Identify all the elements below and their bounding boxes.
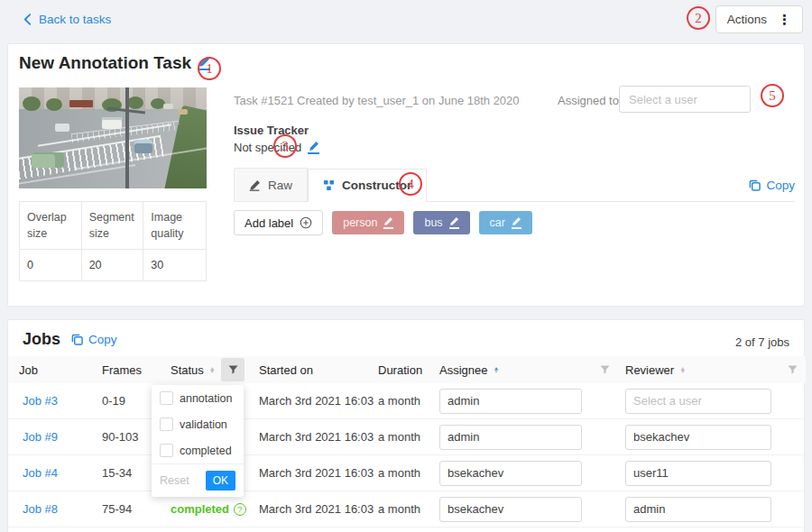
hedge	[160, 105, 207, 188]
column-header-duration: Duration	[367, 363, 429, 377]
reviewer-filter-icon[interactable]	[788, 365, 798, 375]
jobs-count: 2 of 7 jobs	[735, 335, 789, 349]
car-distant-2	[178, 109, 188, 115]
job-link[interactable]: Job #3	[8, 394, 91, 408]
assignee-input[interactable]	[439, 389, 582, 414]
job-link[interactable]: Job #9	[8, 430, 91, 444]
duration-value: a month	[367, 502, 429, 516]
filter-option-completed[interactable]: completed	[152, 437, 244, 463]
jobs-card: Jobs Copy 2 of 7 jobs Job Frames Status …	[7, 319, 805, 532]
car-green	[32, 152, 64, 168]
edit-label-icon[interactable]	[383, 216, 393, 229]
back-to-tasks-label: Back to tasks	[39, 13, 111, 26]
checkbox[interactable]	[160, 417, 173, 431]
annotation-circle-5: 5	[761, 84, 784, 107]
checkbox[interactable]	[160, 391, 173, 405]
status-filter-dropdown: annotation validation completed Reset OK	[152, 385, 244, 497]
label-chip-car-text: car	[490, 216, 505, 229]
tab-raw-label: Raw	[268, 179, 292, 192]
param-header-segment: Segment size	[82, 202, 144, 249]
column-header-assignee[interactable]: Assignee ▲▼	[429, 363, 591, 377]
labels-copy-button[interactable]: Copy	[749, 179, 795, 192]
issue-tracker-label: Issue Tracker	[234, 124, 309, 137]
table-row: Job #8 75-94 completed ? March 3rd 2021 …	[8, 491, 806, 527]
column-header-frames: Frames	[91, 363, 160, 377]
reviewer-input[interactable]	[625, 461, 771, 486]
filter-ok-button[interactable]: OK	[206, 471, 235, 491]
reviewer-input[interactable]	[625, 389, 771, 414]
tab-raw[interactable]: Raw	[234, 168, 308, 201]
started-on-value: March 3rd 2021 16:03	[248, 394, 367, 408]
label-chip-bus[interactable]: bus	[413, 211, 469, 234]
column-header-reviewer[interactable]: Reviewer ▲▼	[618, 363, 779, 377]
filter-option-label: validation	[180, 418, 227, 431]
jobs-table-header: Job Frames Status ▲▼ Started on Duration…	[8, 356, 806, 383]
duration-value: a month	[367, 430, 429, 444]
van-white	[102, 117, 122, 129]
assignee-input[interactable]	[439, 497, 582, 522]
actions-button[interactable]: Actions ⋮	[715, 5, 803, 33]
label-chip-car[interactable]: car	[479, 211, 532, 234]
sort-icon[interactable]: ▲▼	[209, 367, 216, 373]
duration-value: a month	[367, 394, 429, 408]
plus-circle-icon	[300, 216, 312, 229]
storefront	[69, 100, 93, 107]
table-row: Job #3 0-19 March 3rd 2021 16:03 a month	[8, 383, 806, 419]
car-distant-1	[163, 104, 173, 109]
checkbox[interactable]	[160, 444, 173, 457]
assignee-filter-icon[interactable]	[600, 365, 610, 375]
reviewer-input[interactable]	[625, 497, 771, 522]
jobs-copy-button[interactable]: Copy	[71, 333, 117, 346]
task-details-page: Back to tasks Actions ⋮ 1 2 3 4 5 New An…	[0, 0, 812, 532]
job-link[interactable]: Job #8	[8, 502, 91, 516]
assigned-to-input[interactable]	[619, 86, 751, 113]
frames-value: 0-19	[91, 394, 160, 408]
assignee-input[interactable]	[439, 461, 582, 486]
back-to-tasks-link[interactable]: Back to tasks	[23, 13, 111, 26]
pencil-icon	[249, 179, 261, 191]
sort-icon[interactable]: ▲▼	[679, 367, 686, 373]
page-title: New Annotation Task	[19, 53, 210, 73]
filter-option-annotation[interactable]: annotation	[152, 385, 244, 411]
param-value-overlap: 0	[20, 250, 82, 280]
assignee-input[interactable]	[439, 425, 582, 450]
edit-label-icon[interactable]	[449, 216, 459, 229]
duration-value: a month	[367, 466, 429, 480]
add-label-button[interactable]: Add label	[234, 210, 323, 235]
label-chip-bus-text: bus	[424, 216, 442, 229]
question-circle-icon[interactable]: ?	[234, 503, 246, 516]
sort-icon[interactable]: ▲▼	[493, 367, 499, 373]
label-chip-person[interactable]: person	[332, 211, 404, 234]
jobs-title: Jobs	[23, 330, 60, 349]
labels-tabs-bar: Raw Constructor Copy	[234, 169, 795, 202]
status-filter-icon[interactable]	[221, 358, 245, 381]
started-on-value: March 3rd 2021 16:03	[248, 502, 367, 516]
param-header-overlap: Overlap size	[20, 202, 82, 249]
actions-label: Actions	[727, 13, 767, 26]
annotation-circle-2: 2	[687, 6, 710, 30]
frames-value: 75-94	[91, 502, 160, 516]
status-value: completed ?	[160, 502, 248, 516]
jobs-copy-label: Copy	[88, 333, 117, 346]
filter-reset-button[interactable]: Reset	[160, 474, 189, 487]
annotation-circle-1: 1	[198, 57, 221, 80]
started-on-value: March 3rd 2021 16:03	[248, 466, 367, 480]
edit-label-icon[interactable]	[512, 216, 521, 229]
pole	[125, 87, 129, 188]
column-header-status[interactable]: Status ▲▼	[160, 363, 217, 377]
filter-option-validation[interactable]: validation	[152, 411, 244, 437]
job-link[interactable]: Job #4	[8, 466, 91, 480]
task-preview-image	[19, 87, 207, 188]
van-blue	[134, 140, 152, 153]
column-header-job: Job	[8, 363, 91, 377]
labels-row: Add label person bus car	[234, 210, 532, 235]
add-label-text: Add label	[245, 216, 293, 230]
more-vertical-icon: ⋮	[778, 12, 791, 28]
chevron-left-icon	[23, 14, 32, 25]
annotation-circle-4: 4	[399, 172, 422, 196]
label-chip-person-text: person	[343, 216, 377, 229]
edit-issue-tracker-icon[interactable]	[308, 141, 319, 154]
jobs-header: Jobs Copy	[23, 330, 117, 349]
param-header-quality: Image quality	[143, 202, 206, 249]
reviewer-input[interactable]	[625, 425, 771, 450]
